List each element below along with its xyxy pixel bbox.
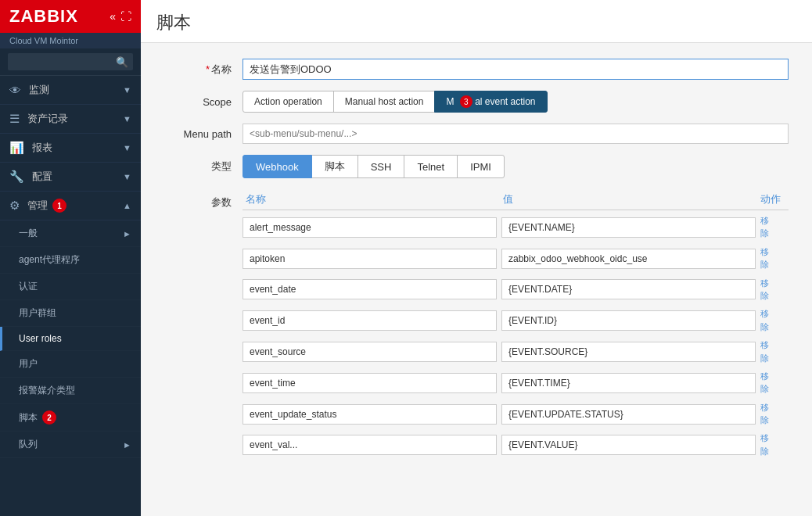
sidebar-subtitle: Cloud VM Mointor bbox=[0, 33, 141, 48]
sidebar-item-label: 配置 bbox=[32, 170, 52, 184]
param-actions: 移 除 bbox=[760, 402, 789, 427]
name-input[interactable] bbox=[243, 59, 789, 80]
sidebar-item-label: 监测 bbox=[29, 83, 49, 97]
param-row: 移 除 bbox=[243, 402, 789, 427]
params-col-value: 值 bbox=[503, 192, 760, 206]
sidebar-sub-label: 认证 bbox=[19, 280, 38, 293]
scope-label: Scope bbox=[164, 96, 243, 108]
chevron-down-icon: ▼ bbox=[123, 85, 131, 95]
param-name-input[interactable] bbox=[243, 342, 497, 362]
sidebar-sub-item-auth[interactable]: 认证 bbox=[0, 274, 141, 300]
sidebar-sub-item-users[interactable]: 用户 bbox=[0, 351, 141, 378]
sidebar-item-reports[interactable]: 📊 报表 ▼ bbox=[0, 134, 141, 163]
sidebar-sub-item-media[interactable]: 报警媒介类型 bbox=[0, 378, 141, 404]
collapse-icon[interactable]: « bbox=[110, 10, 116, 23]
param-name-input[interactable] bbox=[243, 435, 497, 455]
param-move-btn[interactable]: 移 bbox=[760, 432, 789, 444]
param-move-btn[interactable]: 移 bbox=[760, 371, 789, 382]
sidebar-sub-item-userroles[interactable]: User roles bbox=[0, 327, 141, 351]
sidebar-sub-item-agent[interactable]: agent代理程序 bbox=[0, 247, 141, 274]
param-value-input[interactable] bbox=[501, 373, 756, 393]
sidebar-sub-label: User roles bbox=[19, 333, 62, 344]
param-move-btn[interactable]: 移 bbox=[760, 402, 789, 414]
sidebar-item-label: 报表 bbox=[32, 141, 52, 155]
param-actions: 移 除 bbox=[760, 215, 789, 240]
params-col-action: 动作 bbox=[760, 192, 789, 206]
sidebar-search-container: 🔍 bbox=[0, 48, 141, 76]
sidebar-sub-item-general[interactable]: 一般 ► bbox=[0, 220, 141, 247]
window-icon[interactable]: ⛶ bbox=[120, 10, 131, 23]
param-row: 移 除 bbox=[243, 215, 789, 240]
reports-icon: 📊 bbox=[9, 141, 24, 155]
sidebar-item-assets[interactable]: ☰ 资产记录 ▼ bbox=[0, 105, 141, 134]
param-row: 移 除 bbox=[243, 308, 789, 333]
sidebar-sub-item-usergroups[interactable]: 用户群组 bbox=[0, 300, 141, 327]
type-btn-ipmi[interactable]: IPMI bbox=[457, 155, 505, 178]
scope-btn-manual-event[interactable]: M 3 al event action bbox=[434, 91, 547, 113]
page-title: 脚本 bbox=[156, 11, 796, 34]
param-name-input[interactable] bbox=[243, 373, 497, 393]
type-btn-webhook[interactable]: Webhook bbox=[243, 155, 312, 178]
chevron-down-icon: ▼ bbox=[123, 172, 131, 181]
param-move-btn[interactable]: 移 bbox=[760, 246, 789, 258]
param-value-input[interactable] bbox=[501, 217, 756, 238]
param-actions: 移 除 bbox=[760, 278, 789, 303]
name-label: *名称 bbox=[164, 63, 243, 77]
params-label: 参数 bbox=[164, 189, 243, 210]
chevron-up-icon: ▲ bbox=[123, 201, 131, 210]
menu-path-row: Menu path bbox=[164, 124, 789, 144]
scope-button-group: Action operation Manual host action M 3 … bbox=[243, 91, 548, 113]
sidebar-item-manage[interactable]: ⚙ 管理 1 ▲ bbox=[0, 192, 141, 220]
scope-btn-action-operation[interactable]: Action operation bbox=[243, 91, 334, 113]
param-value-input[interactable] bbox=[501, 249, 756, 269]
param-move-btn[interactable]: 移 bbox=[760, 215, 789, 227]
logo-icons: « ⛶ bbox=[110, 10, 131, 23]
type-btn-script[interactable]: 脚本 bbox=[311, 155, 358, 178]
sidebar-sub-label: 脚本 bbox=[19, 411, 38, 425]
param-name-input[interactable] bbox=[243, 279, 497, 299]
sidebar: ZABBIX « ⛶ Cloud VM Mointor 🔍 👁 监测 ▼ ☰ 资… bbox=[0, 0, 141, 516]
search-icon[interactable]: 🔍 bbox=[116, 56, 128, 68]
params-header: 名称 值 动作 bbox=[243, 189, 789, 210]
menu-path-input[interactable] bbox=[243, 124, 789, 144]
param-actions: 移 除 bbox=[760, 246, 789, 271]
param-remove-btn[interactable]: 除 bbox=[760, 383, 789, 395]
param-remove-btn[interactable]: 除 bbox=[760, 414, 789, 426]
sidebar-sub-label: 报警媒介类型 bbox=[19, 384, 75, 397]
param-value-input[interactable] bbox=[501, 279, 756, 299]
param-remove-btn[interactable]: 除 bbox=[760, 353, 789, 364]
required-star: * bbox=[206, 63, 210, 75]
sidebar-search-input[interactable] bbox=[8, 53, 133, 70]
param-actions: 移 除 bbox=[760, 339, 789, 364]
param-name-input[interactable] bbox=[243, 217, 497, 238]
param-remove-btn[interactable]: 除 bbox=[760, 446, 789, 457]
param-remove-btn[interactable]: 除 bbox=[760, 321, 789, 333]
param-name-input[interactable] bbox=[243, 249, 497, 269]
params-table: 名称 值 动作 移 除 移 bbox=[243, 189, 789, 464]
sidebar-sub-item-queue[interactable]: 队列 ► bbox=[0, 432, 141, 458]
type-btn-telnet[interactable]: Telnet bbox=[404, 155, 458, 178]
param-remove-btn[interactable]: 除 bbox=[760, 290, 789, 302]
param-name-input[interactable] bbox=[243, 404, 497, 425]
param-remove-btn[interactable]: 除 bbox=[760, 228, 789, 239]
type-btn-ssh[interactable]: SSH bbox=[357, 155, 405, 178]
assets-icon: ☰ bbox=[9, 112, 20, 126]
param-actions: 移 除 bbox=[760, 308, 789, 333]
param-value-input[interactable] bbox=[501, 404, 756, 425]
param-row: 移 除 bbox=[243, 278, 789, 303]
chevron-right-icon: ► bbox=[123, 229, 131, 238]
scope-btn-manual-host[interactable]: Manual host action bbox=[333, 91, 436, 113]
param-name-input[interactable] bbox=[243, 310, 497, 331]
param-value-input[interactable] bbox=[501, 310, 756, 331]
param-remove-btn[interactable]: 除 bbox=[760, 259, 789, 271]
param-actions: 移 除 bbox=[760, 371, 789, 396]
sidebar-item-config[interactable]: 🔧 配置 ▼ bbox=[0, 163, 141, 192]
sidebar-item-monitor[interactable]: 👁 监测 ▼ bbox=[0, 76, 141, 105]
param-value-input[interactable] bbox=[501, 342, 756, 362]
scripts-badge: 2 bbox=[42, 410, 56, 425]
param-move-btn[interactable]: 移 bbox=[760, 339, 789, 351]
param-move-btn[interactable]: 移 bbox=[760, 278, 789, 289]
sidebar-sub-item-scripts[interactable]: 脚本 2 bbox=[0, 404, 141, 432]
param-move-btn[interactable]: 移 bbox=[760, 308, 789, 320]
param-value-input[interactable] bbox=[501, 435, 756, 455]
